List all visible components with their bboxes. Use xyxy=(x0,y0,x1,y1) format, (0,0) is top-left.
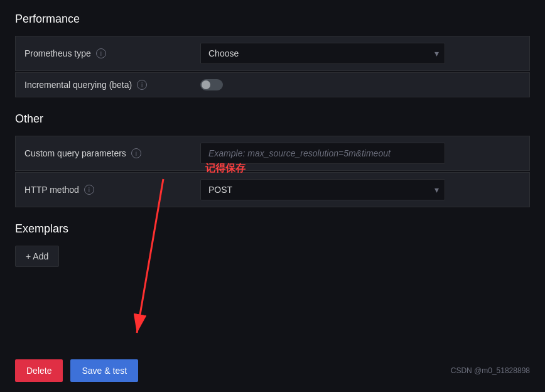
incremental-querying-label: Incremental querying (beta) i xyxy=(24,80,200,90)
performance-title: Performance xyxy=(15,13,530,26)
custom-query-params-info-icon[interactable]: i xyxy=(131,148,141,158)
custom-query-params-control xyxy=(200,143,521,164)
other-title: Other xyxy=(15,112,530,126)
http-method-row: HTTP method i GET POST xyxy=(15,172,530,207)
incremental-querying-info-icon[interactable]: i xyxy=(137,80,147,90)
incremental-querying-control xyxy=(200,79,521,90)
prometheus-type-control: Choose Prometheus Cortex Mimir Thanos xyxy=(200,43,521,64)
incremental-querying-toggle[interactable] xyxy=(200,79,223,90)
http-method-label: HTTP method i xyxy=(24,185,200,195)
prometheus-type-row: Prometheus type i Choose Prometheus Cort… xyxy=(15,36,530,71)
exemplars-title: Exemplars xyxy=(15,222,530,236)
prometheus-type-select-wrapper: Choose Prometheus Cortex Mimir Thanos xyxy=(200,43,445,64)
http-method-select-wrapper: GET POST xyxy=(200,179,445,200)
exemplars-section: Exemplars + Add xyxy=(15,222,530,267)
custom-query-params-input[interactable] xyxy=(200,143,445,164)
delete-button[interactable]: Delete xyxy=(15,359,63,382)
custom-query-params-row: Custom query parameters i xyxy=(15,136,530,171)
incremental-querying-row: Incremental querying (beta) i xyxy=(15,72,530,97)
footer: Delete Save & test CSDN @m0_51828898 xyxy=(0,349,545,392)
footer-buttons: Delete Save & test xyxy=(15,359,138,382)
add-exemplar-button[interactable]: + Add xyxy=(15,246,59,267)
toggle-wrapper xyxy=(200,79,521,90)
http-method-select[interactable]: GET POST xyxy=(200,179,445,200)
save-test-button[interactable]: Save & test xyxy=(70,359,138,382)
prometheus-type-label: Prometheus type i xyxy=(24,48,200,58)
other-section: Other Custom query parameters i HTTP met… xyxy=(15,112,530,207)
prometheus-type-info-icon[interactable]: i xyxy=(96,48,106,58)
http-method-control: GET POST xyxy=(200,179,521,200)
http-method-info-icon[interactable]: i xyxy=(84,185,94,195)
prometheus-type-select[interactable]: Choose Prometheus Cortex Mimir Thanos xyxy=(200,43,445,64)
watermark-text: CSDN @m0_51828898 xyxy=(451,366,530,375)
custom-query-params-label: Custom query parameters i xyxy=(24,148,200,158)
